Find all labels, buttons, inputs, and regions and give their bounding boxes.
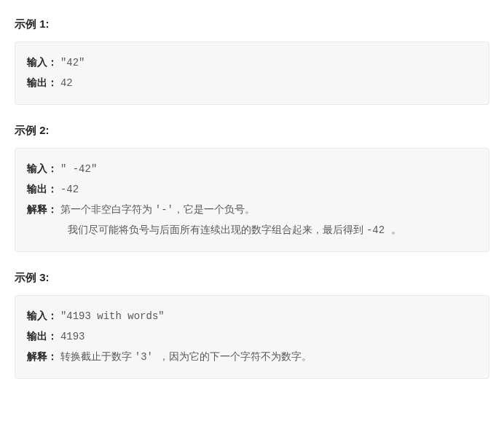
explain-text: 。 bbox=[391, 224, 401, 235]
output-label: 输出： bbox=[27, 331, 58, 342]
output-value: -42 bbox=[60, 184, 79, 195]
output-row: 输出： -42 bbox=[27, 179, 477, 200]
explain-text: 它是一个负号。 bbox=[184, 203, 255, 215]
explain-row: 解释： 第一个非空白字符为 '-'，它是一个负号。 bbox=[27, 200, 477, 220]
input-label: 输入： bbox=[27, 310, 58, 322]
example-block: 输入： " -42" 输出： -42 解释： 第一个非空白字符为 '-'，它是一… bbox=[15, 148, 489, 252]
explain-text: 第一个非空白字符为 bbox=[60, 203, 155, 215]
output-row: 输出： 4193 bbox=[27, 326, 477, 347]
explain-text: ，因为它的下一个字符不为数字。 bbox=[159, 350, 312, 362]
example-title: 示例 3: bbox=[15, 271, 489, 285]
output-label: 输出： bbox=[27, 184, 58, 195]
input-row: 输入： "4193 with words" bbox=[27, 306, 477, 326]
explain-code: '-'， bbox=[155, 204, 184, 216]
output-value: 4193 bbox=[60, 331, 85, 342]
input-value: " -42" bbox=[60, 163, 97, 175]
example-title: 示例 1: bbox=[15, 17, 489, 31]
input-value: "42" bbox=[60, 57, 85, 68]
output-label: 输出： bbox=[27, 77, 58, 89]
output-row: 输出： 42 bbox=[27, 73, 477, 93]
explain-code: '3' bbox=[135, 351, 160, 363]
explain-row-cont: 我们尽可能将负号与后面所有连续出现的数字组合起来，最后得到 -42 。 bbox=[27, 220, 477, 240]
explain-label: 解释： bbox=[27, 204, 58, 216]
input-label: 输入： bbox=[27, 163, 58, 175]
input-row: 输入： "42" bbox=[27, 52, 477, 73]
input-value: "4193 with words" bbox=[60, 310, 165, 322]
example-block: 输入： "42" 输出： 42 bbox=[15, 42, 489, 105]
explain-row: 解释： 转换截止于数字 '3' ，因为它的下一个字符不为数字。 bbox=[27, 347, 477, 367]
explain-text: 转换截止于数字 bbox=[60, 350, 135, 362]
explain-code: -42 bbox=[366, 224, 391, 236]
example-title: 示例 2: bbox=[15, 124, 489, 138]
explain-label: 解释： bbox=[27, 351, 58, 363]
input-row: 输入： " -42" bbox=[27, 159, 477, 179]
example-block: 输入： "4193 with words" 输出： 4193 解释： 转换截止于… bbox=[15, 295, 489, 379]
explain-text: 我们尽可能将负号与后面所有连续出现的数字组合起来，最后得到 bbox=[68, 224, 366, 235]
input-label: 输入： bbox=[27, 57, 58, 68]
output-value: 42 bbox=[60, 77, 73, 89]
